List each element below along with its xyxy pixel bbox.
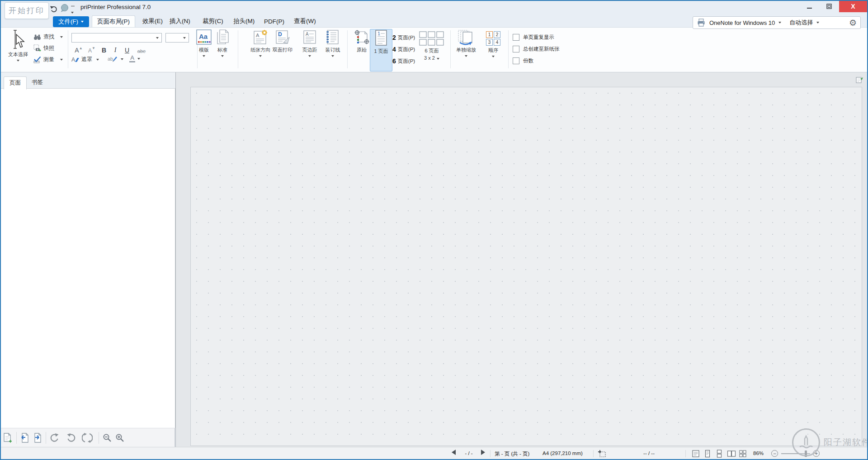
font-color-button[interactable]: A xyxy=(129,55,140,62)
undo-button[interactable] xyxy=(50,5,58,14)
snapshot-camera-icon xyxy=(33,44,41,52)
template-label: 模版 xyxy=(199,47,209,53)
measure-label: 测量 xyxy=(43,56,54,63)
template-button[interactable]: Aa 模版 xyxy=(193,29,214,71)
tab-label: 裁剪(C) xyxy=(203,17,223,25)
order-button[interactable]: 1 2 3 4 顺序 xyxy=(481,29,505,71)
rotate-cw-icon xyxy=(50,433,60,443)
one-page-button[interactable]: 1 1 页面 xyxy=(370,29,392,71)
separator xyxy=(450,30,451,68)
view-continuous-button[interactable] xyxy=(715,450,723,458)
tab-file-label: 文件(F) xyxy=(58,18,78,26)
rotate-180-button[interactable] xyxy=(81,432,93,444)
option-label: 单页重复显示 xyxy=(523,34,554,41)
font-size-combo[interactable] xyxy=(165,33,189,43)
zoom-slider-thumb[interactable] xyxy=(805,451,807,457)
separator xyxy=(68,30,68,68)
zoom-in-button[interactable] xyxy=(114,432,126,444)
six-pages-grid-button[interactable]: 6 页面 3 x 2 xyxy=(416,29,448,71)
view-thumbnails-button[interactable] xyxy=(739,450,747,458)
find-label: 查找 xyxy=(43,33,54,41)
mask-button[interactable]: A 遮罩 xyxy=(71,56,99,63)
next-page-button[interactable] xyxy=(32,432,43,444)
highlight-button[interactable]: ab xyxy=(108,56,123,63)
strikethrough-button[interactable]: abe xyxy=(134,44,149,54)
view-facing-button[interactable] xyxy=(727,450,736,458)
paper-mode-select[interactable]: 自动选择 xyxy=(789,19,813,27)
tab-label: 页面布局(P) xyxy=(97,18,130,26)
close-button[interactable]: X xyxy=(839,0,867,12)
view-reading-button[interactable] xyxy=(692,450,700,458)
tab-crop[interactable]: 裁剪(C) xyxy=(198,15,228,27)
rotate-ccw-button[interactable] xyxy=(65,432,77,444)
left-arrow-icon xyxy=(452,450,456,455)
tab-view[interactable]: 查看(W) xyxy=(289,15,321,27)
binding-button[interactable]: 装订线 xyxy=(322,29,344,71)
zoom-out-status-button[interactable]: − xyxy=(771,450,778,457)
chevron-down-icon xyxy=(259,55,262,57)
shrink-font-button[interactable]: A ▼ xyxy=(86,44,98,54)
zoom-out-button[interactable] xyxy=(101,432,113,444)
maximize-button[interactable] xyxy=(819,0,839,12)
printer-dropdown-icon[interactable] xyxy=(778,22,781,24)
margins-button[interactable]: A 页边距 xyxy=(298,29,321,71)
tab-page-layout[interactable]: 页面布局(P) xyxy=(92,15,135,27)
tab-header[interactable]: 抬头(M) xyxy=(229,15,259,27)
prev-page-button[interactable] xyxy=(18,432,30,444)
italic-button[interactable]: I xyxy=(110,44,120,54)
original-button[interactable]: 原始 xyxy=(351,29,373,71)
tab-effects[interactable]: 效果(E) xyxy=(138,15,167,27)
underline-button[interactable]: U xyxy=(121,44,133,54)
tab-pdf[interactable]: PDF(P) xyxy=(259,15,289,27)
preview-paper[interactable] xyxy=(190,87,862,446)
next-page-nav-button[interactable] xyxy=(479,450,486,455)
qat-customize-button[interactable] xyxy=(71,6,75,15)
printer-settings-button[interactable]: ⚙ xyxy=(849,18,857,28)
option-new-sheet[interactable]: 总创建至新纸张 xyxy=(513,46,560,52)
view-single-page-button[interactable] xyxy=(703,450,712,458)
highlight-pen-icon: ab xyxy=(108,56,118,63)
quick-access-button[interactable] xyxy=(60,4,69,14)
chevron-down-icon xyxy=(60,59,63,61)
paper-mode-dropdown-icon[interactable] xyxy=(816,22,819,24)
tab-insert[interactable]: 插入(N) xyxy=(165,15,195,27)
option-copies[interactable]: 份数 xyxy=(513,57,533,64)
sidebar-tab-label: 页面 xyxy=(9,79,21,87)
chevron-down-icon xyxy=(492,56,495,57)
sidebar-tab-pages[interactable]: 页面 xyxy=(4,76,27,90)
text-select-button[interactable]: 文本选择 xyxy=(4,29,33,71)
prev-page-nav-button[interactable] xyxy=(450,450,458,455)
printer-icon xyxy=(697,19,706,27)
measure-ruler-icon xyxy=(33,56,41,63)
chevron-down-icon xyxy=(96,59,99,61)
bold-button[interactable]: B xyxy=(99,44,109,54)
sidebar-tab-bookmarks[interactable]: 书签 xyxy=(26,76,48,89)
minimize-button[interactable] xyxy=(799,0,819,12)
measure-button[interactable]: 测量 xyxy=(33,56,63,63)
panel-popout-button[interactable] xyxy=(856,76,863,85)
start-print-button[interactable]: 开始打印 xyxy=(5,2,49,19)
scale-each-button[interactable]: 单独缩放 xyxy=(452,29,480,71)
printer-select[interactable]: OneNote for Windows 10 xyxy=(709,19,775,26)
grow-font-button[interactable]: A ▲ xyxy=(72,44,85,54)
duplex-button[interactable]: D 双面打印 xyxy=(271,29,294,71)
font-family-combo[interactable] xyxy=(71,33,162,43)
separator xyxy=(16,432,17,444)
option-repeat-page[interactable]: 单页重复显示 xyxy=(513,34,554,41)
thumbnails-view-icon xyxy=(739,450,747,458)
tab-file[interactable]: 文件(F) xyxy=(53,16,89,27)
chevron-down-icon xyxy=(308,55,311,57)
zoom-in-status-button[interactable]: + xyxy=(813,450,820,457)
selection-tool-button[interactable] xyxy=(598,450,606,458)
orientation-button[interactable]: A 纸张方向 xyxy=(249,29,272,71)
original-icon xyxy=(353,29,370,45)
snapshot-button[interactable]: 快照 xyxy=(33,44,54,52)
preview-canvas[interactable] xyxy=(175,72,868,447)
add-page-button[interactable] xyxy=(2,432,14,444)
find-button[interactable]: 查找 xyxy=(33,33,63,41)
single-page-view-icon xyxy=(703,450,712,458)
standard-button[interactable]: 标准 xyxy=(212,29,232,71)
sidebar-pages-panel[interactable] xyxy=(0,89,175,428)
margins-icon: A xyxy=(302,29,318,45)
rotate-cw-button[interactable] xyxy=(49,432,61,444)
